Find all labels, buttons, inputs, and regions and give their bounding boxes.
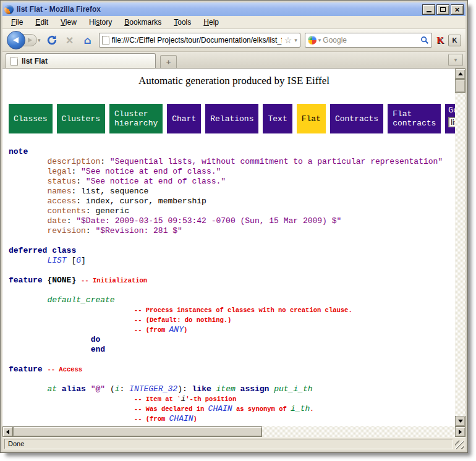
search-bar[interactable]: ▾ [305, 33, 433, 48]
nav-button-cluster-hierarchy[interactable]: Cluster hierarchy [109, 104, 163, 133]
menu-item-file[interactable]: File [5, 17, 29, 28]
google-logo-icon [308, 36, 317, 44]
window-title: list Flat - Mozilla Firefox [17, 5, 419, 14]
status-bar: Done [2, 437, 465, 450]
search-magnifier-icon[interactable] [420, 36, 429, 44]
menu-item-bookmarks[interactable]: Bookmarks [118, 17, 168, 28]
menu-item-help[interactable]: Help [197, 17, 225, 28]
code-line: -- (from ANY) [9, 325, 465, 335]
search-engine-dropdown-icon[interactable]: ▾ [318, 37, 321, 43]
history-navigation-cluster: ▾ [7, 31, 41, 49]
code-line: -- (from CHAIN) [9, 414, 465, 424]
page-heading: Automatic generation produced by ISE Eif… [2, 75, 465, 87]
doc-nav-buttons: ClassesClustersCluster hierarchyChartRel… [9, 104, 455, 133]
scroll-down-button[interactable] [455, 416, 465, 426]
menu-item-history[interactable]: History [83, 17, 118, 28]
horizontal-scrollbar[interactable] [2, 426, 465, 437]
right-arrow-icon [459, 429, 462, 434]
vertical-scrollbar[interactable] [455, 69, 465, 426]
tab-list-dropdown-button[interactable]: ▾ [448, 54, 463, 66]
code-line: at alias "@" (i: INTEGER_32): like item … [9, 384, 465, 394]
code-line [9, 285, 465, 295]
code-line: revision: "$Revision: 281 $" [9, 226, 465, 236]
code-line: date: "$Date: 2009-03-15 09:53:42 -0700 … [9, 216, 465, 226]
new-tab-button[interactable]: + [160, 55, 177, 68]
nav-button-text[interactable]: Text [263, 104, 292, 133]
nav-button-contracts[interactable]: Contracts [330, 104, 383, 133]
home-button[interactable]: ⌂ [81, 33, 95, 48]
down-arrow-icon [458, 420, 463, 423]
urlbar-dropdown-icon[interactable]: ▾ [294, 37, 297, 43]
code-line: names: list, sequence [9, 187, 465, 197]
minimize-button[interactable] [422, 4, 435, 15]
code-line: deferred class [9, 246, 465, 256]
code-line [9, 266, 465, 276]
page-content: Automatic generation produced by ISE Eif… [2, 69, 465, 426]
stop-button[interactable]: × [63, 33, 77, 48]
horizontal-scroll-thumb[interactable] [13, 426, 262, 437]
code-line: feature {NONE} -- Initialization [9, 276, 465, 285]
minimize-icon [427, 11, 431, 12]
nav-button-flat-contracts[interactable]: Flat contracts [388, 104, 441, 133]
nav-button-relations[interactable]: Relations [205, 104, 258, 133]
menu-item-tools[interactable]: Tools [168, 17, 197, 28]
close-icon: × [455, 6, 460, 14]
code-line: feature -- Access [9, 365, 465, 374]
maximize-icon [440, 7, 446, 12]
forward-arrow-icon [28, 38, 32, 43]
nav-button-flat[interactable]: Flat [297, 104, 326, 133]
code-line [9, 355, 465, 365]
menu-bar: FileEditViewHistoryBookmarksToolsHelp [2, 16, 465, 29]
firefox-window: list Flat - Mozilla Firefox × FileEditVi… [0, 0, 468, 453]
code-line: note [9, 147, 465, 157]
close-button[interactable]: × [451, 4, 464, 15]
location-bar[interactable]: file:///C:/Eiffel Projects/tour/Document… [99, 33, 300, 48]
nav-button-chart[interactable]: Chart [167, 104, 201, 133]
eiffel-source: note description: "Sequential lists, wit… [9, 147, 465, 424]
url-text[interactable]: file:///C:/Eiffel Projects/tour/Document… [112, 36, 282, 44]
status-text: Done [4, 439, 453, 449]
search-input[interactable] [323, 36, 419, 44]
tab-title: list Flat [22, 57, 48, 66]
code-line: do [9, 335, 465, 345]
nav-button-classes[interactable]: Classes [9, 104, 53, 133]
window-controls: × [422, 4, 464, 15]
vertical-scroll-thumb[interactable] [455, 79, 465, 93]
reload-icon [46, 35, 57, 46]
tab-page-icon [11, 57, 18, 66]
firefox-icon [4, 5, 14, 14]
bookmark-star-icon[interactable]: ☆ [284, 36, 292, 44]
code-line: default_create [9, 295, 465, 305]
navigation-toolbar: ▾ × ⌂ file:///C:/Eiffel Projects/tour/Do… [2, 29, 465, 52]
code-line: -- Process instances of classes with no … [9, 305, 465, 315]
menu-item-view[interactable]: View [54, 17, 83, 28]
code-line: -- Item at `i'-th position [9, 394, 465, 404]
scroll-right-button[interactable] [455, 426, 465, 437]
code-line: -- Was declared in CHAIN as synonym of i… [9, 404, 465, 414]
home-icon: ⌂ [83, 35, 91, 46]
page-icon [102, 36, 109, 44]
scroll-up-button[interactable] [455, 69, 465, 79]
tab-list-flat[interactable]: list Flat [6, 53, 156, 68]
up-arrow-icon [458, 72, 463, 75]
nav-button-clusters[interactable]: Clusters [57, 104, 105, 133]
menu-item-edit[interactable]: Edit [29, 17, 54, 28]
back-arrow-icon [13, 37, 19, 43]
resize-grip[interactable] [455, 441, 464, 449]
maximize-button[interactable] [436, 4, 449, 15]
history-dropdown-icon[interactable]: ▾ [38, 37, 41, 43]
code-line: LIST [G] [9, 256, 465, 266]
tab-bar: list Flat + ▾ [2, 52, 465, 69]
kaspersky-icon[interactable]: K [436, 35, 444, 46]
scroll-left-button[interactable] [2, 426, 13, 437]
back-button[interactable] [7, 31, 25, 49]
stop-icon: × [66, 34, 74, 46]
code-line: status: "See notice at end of class." [9, 177, 465, 187]
reload-button[interactable] [45, 33, 59, 48]
code-line: contents: generic [9, 206, 465, 216]
code-line [9, 236, 465, 246]
code-line: legal: "See notice at end of class." [9, 167, 465, 177]
k-toolbar-button[interactable]: K [448, 35, 461, 46]
title-bar[interactable]: list Flat - Mozilla Firefox × [2, 2, 465, 16]
code-line: -- (Default: do nothing.) [9, 315, 465, 325]
